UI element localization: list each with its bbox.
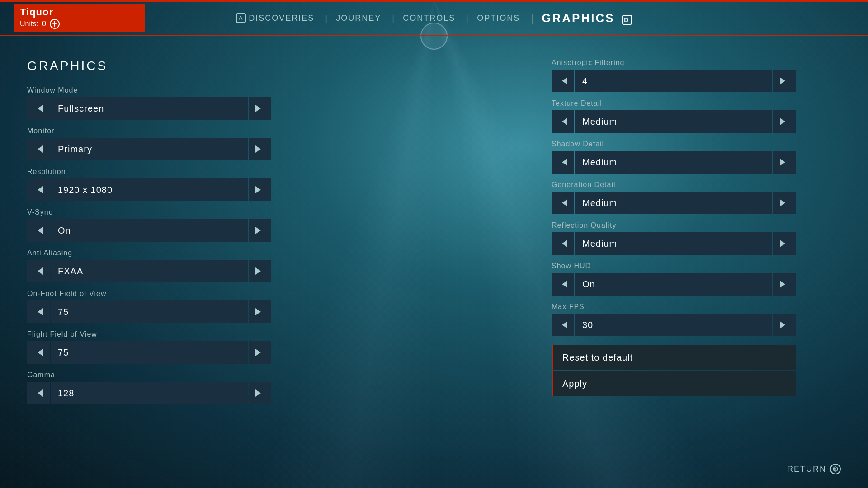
setting-group-anti-aliasing: Anti Aliasing FXAA bbox=[27, 249, 316, 282]
label-monitor: Monitor bbox=[27, 127, 316, 135]
setting-group-monitor: Monitor Primary bbox=[27, 127, 316, 160]
generation-detail-next[interactable] bbox=[773, 192, 796, 214]
label-on-foot-fov: On-Foot Field of View bbox=[27, 290, 316, 298]
anisotropic-value: 4 bbox=[575, 70, 772, 92]
discoveries-badge: A bbox=[236, 13, 246, 23]
label-anti-aliasing: Anti Aliasing bbox=[27, 249, 316, 257]
monitor-value: Primary bbox=[51, 138, 248, 160]
setting-group-generation-detail: Generation Detail Medium bbox=[552, 181, 841, 214]
vsync-prev[interactable] bbox=[27, 219, 50, 242]
control-shadow-detail: Medium bbox=[552, 151, 796, 174]
nav-item-journey[interactable]: JOURNEY bbox=[325, 14, 392, 23]
texture-detail-value: Medium bbox=[575, 110, 772, 133]
on-foot-fov-next[interactable] bbox=[249, 300, 271, 323]
flight-fov-value: 75 bbox=[51, 341, 248, 364]
left-panel: GRAPHICS Window Mode Fullscreen Monitor … bbox=[0, 41, 344, 488]
control-show-hud: On bbox=[552, 273, 796, 296]
generation-detail-value: Medium bbox=[575, 192, 772, 214]
reflection-quality-value: Medium bbox=[575, 232, 772, 255]
anti-aliasing-value: FXAA bbox=[51, 260, 248, 282]
apply-button[interactable]: Apply bbox=[552, 371, 796, 396]
control-window-mode: Fullscreen bbox=[27, 97, 271, 120]
setting-group-texture-detail: Texture Detail Medium bbox=[552, 99, 841, 133]
label-generation-detail: Generation Detail bbox=[552, 181, 841, 189]
label-shadow-detail: Shadow Detail bbox=[552, 140, 841, 148]
action-buttons: Reset to default Apply bbox=[552, 345, 796, 396]
texture-detail-prev[interactable] bbox=[552, 110, 574, 133]
nav-item-options[interactable]: OPTIONS bbox=[466, 14, 531, 23]
top-nav: A DISCOVERIES JOURNEY CONTROLS OPTIONS G… bbox=[0, 0, 868, 36]
setting-group-show-hud: Show HUD On bbox=[552, 262, 841, 296]
return-label: RETURN bbox=[787, 465, 826, 474]
window-mode-next[interactable] bbox=[249, 97, 271, 120]
resolution-next[interactable] bbox=[249, 178, 271, 201]
on-foot-fov-prev[interactable] bbox=[27, 300, 50, 323]
control-monitor: Primary bbox=[27, 138, 271, 160]
section-title: GRAPHICS bbox=[27, 59, 163, 77]
reflection-quality-prev[interactable] bbox=[552, 232, 574, 255]
svg-text:B: B bbox=[834, 467, 837, 472]
anisotropic-next[interactable] bbox=[773, 70, 796, 92]
gamma-prev[interactable] bbox=[27, 382, 50, 404]
show-hud-next[interactable] bbox=[773, 273, 796, 296]
control-on-foot-fov: 75 bbox=[27, 300, 271, 323]
shadow-detail-value: Medium bbox=[575, 151, 772, 174]
setting-group-shadow-detail: Shadow Detail Medium bbox=[552, 140, 841, 174]
label-flight-fov: Flight Field of View bbox=[27, 330, 316, 338]
gamma-value: 128 bbox=[51, 382, 248, 404]
window-mode-prev[interactable] bbox=[27, 97, 50, 120]
vsync-value: On bbox=[51, 219, 248, 242]
max-fps-prev[interactable] bbox=[552, 314, 574, 336]
setting-group-anisotropic: Anisotropic Filtering 4 bbox=[552, 59, 841, 92]
flight-fov-prev[interactable] bbox=[27, 341, 50, 364]
shadow-detail-prev[interactable] bbox=[552, 151, 574, 174]
control-generation-detail: Medium bbox=[552, 192, 796, 214]
return-button[interactable]: RETURN B bbox=[787, 464, 841, 474]
label-gamma: Gamma bbox=[27, 371, 316, 379]
max-fps-next[interactable] bbox=[773, 314, 796, 336]
generation-detail-prev[interactable] bbox=[552, 192, 574, 214]
control-resolution: 868 x 488 bbox=[27, 178, 271, 201]
anti-aliasing-prev[interactable] bbox=[27, 260, 50, 282]
setting-group-vsync: V-Sync On bbox=[27, 208, 316, 242]
resolution-prev[interactable] bbox=[27, 178, 50, 201]
right-panel: Anisotropic Filtering 4 Texture Detail M… bbox=[552, 41, 868, 488]
control-anisotropic: 4 bbox=[552, 70, 796, 92]
nav-label-journey: JOURNEY bbox=[336, 14, 381, 23]
setting-group-max-fps: Max FPS 30 bbox=[552, 303, 841, 336]
nav-label-controls: CONTROLS bbox=[403, 14, 455, 23]
reflection-quality-next[interactable] bbox=[773, 232, 796, 255]
setting-group-reflection-quality: Reflection Quality Medium bbox=[552, 221, 841, 255]
nav-items: A DISCOVERIES JOURNEY CONTROLS OPTIONS G… bbox=[225, 11, 643, 25]
graphics-badge: D bbox=[622, 15, 632, 25]
label-texture-detail: Texture Detail bbox=[552, 99, 841, 108]
main-content: GRAPHICS Window Mode Fullscreen Monitor … bbox=[0, 41, 868, 488]
control-reflection-quality: Medium bbox=[552, 232, 796, 255]
nav-item-graphics[interactable]: GRAPHICS D bbox=[531, 11, 642, 25]
vsync-next[interactable] bbox=[249, 219, 271, 242]
show-hud-value: On bbox=[575, 273, 772, 296]
control-gamma: 128 bbox=[27, 382, 271, 404]
show-hud-prev[interactable] bbox=[552, 273, 574, 296]
nav-item-controls[interactable]: CONTROLS bbox=[392, 14, 466, 23]
control-texture-detail: Medium bbox=[552, 110, 796, 133]
nav-item-discoveries[interactable]: A DISCOVERIES bbox=[225, 13, 325, 23]
label-window-mode: Window Mode bbox=[27, 86, 316, 94]
setting-group-gamma: Gamma 128 bbox=[27, 371, 316, 404]
anisotropic-prev[interactable] bbox=[552, 70, 574, 92]
gamma-next[interactable] bbox=[249, 382, 271, 404]
setting-group-on-foot-fov: On-Foot Field of View 75 bbox=[27, 290, 316, 323]
label-show-hud: Show HUD bbox=[552, 262, 841, 270]
anti-aliasing-next[interactable] bbox=[249, 260, 271, 282]
flight-fov-next[interactable] bbox=[249, 341, 271, 364]
setting-group-flight-fov: Flight Field of View 75 bbox=[27, 330, 316, 364]
window-mode-value: Fullscreen bbox=[51, 97, 248, 120]
reset-button[interactable]: Reset to default bbox=[552, 345, 796, 370]
nav-underline bbox=[0, 35, 868, 36]
texture-detail-next[interactable] bbox=[773, 110, 796, 133]
monitor-prev[interactable] bbox=[27, 138, 50, 160]
nav-label-graphics: GRAPHICS bbox=[542, 11, 614, 25]
shadow-detail-next[interactable] bbox=[773, 151, 796, 174]
label-max-fps: Max FPS bbox=[552, 303, 841, 311]
monitor-next[interactable] bbox=[249, 138, 271, 160]
